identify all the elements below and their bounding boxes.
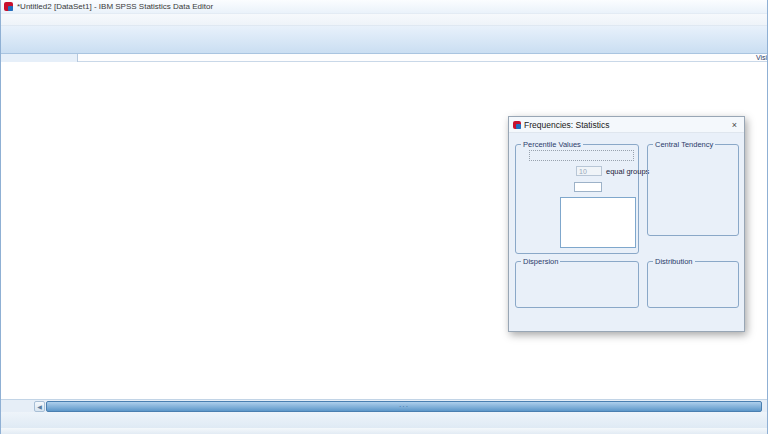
percentiles-input[interactable]	[574, 182, 602, 192]
dispersion-group: Dispersion	[515, 261, 639, 308]
cell-edit-bar: Visi	[1, 54, 767, 62]
percentile-values-group: Percentile Values 10 equal groups	[515, 144, 639, 254]
central-tendency-group: Central Tendency	[647, 144, 739, 236]
dispersion-group-title: Dispersion	[521, 257, 560, 266]
cut-points-input[interactable]: 10	[576, 166, 602, 176]
central-tendency-group-title: Central Tendency	[653, 140, 715, 149]
menu-bar	[1, 14, 767, 26]
spss-app-icon	[4, 2, 13, 11]
quartiles-focus-rect	[529, 150, 634, 161]
percentiles-listbox[interactable]	[560, 197, 636, 248]
frequencies-statistics-dialog: Frequencies: Statistics × Percentile Val…	[508, 116, 745, 332]
distribution-group-title: Distribution	[653, 257, 695, 266]
view-tabs-bar	[1, 412, 768, 428]
cell-reference-box[interactable]	[1, 54, 78, 62]
scroll-left-arrow[interactable]: ◀	[34, 401, 45, 412]
percentile-values-group-title: Percentile Values	[521, 140, 583, 149]
dialog-close-icon[interactable]: ×	[729, 120, 740, 130]
window-title: *Untitled2 [DataSet1] - IBM SPSS Statist…	[17, 2, 213, 11]
toolbar	[1, 26, 767, 54]
window-title-bar: *Untitled2 [DataSet1] - IBM SPSS Statist…	[1, 0, 767, 14]
distribution-group: Distribution	[647, 261, 739, 308]
visible-variables-info: Visi	[756, 54, 767, 61]
status-bar	[1, 428, 768, 434]
horizontal-scrollbar[interactable]: ◀ ···	[1, 399, 768, 412]
dialog-title: Frequencies: Statistics	[524, 120, 610, 130]
dialog-title-bar[interactable]: Frequencies: Statistics ×	[509, 117, 744, 133]
scrollbar-grip: ···	[399, 403, 409, 410]
scrollbar-thumb[interactable]: ···	[46, 401, 762, 412]
equal-groups-label: equal groups	[606, 167, 649, 176]
spss-window: { "window": { "title": "*Untitled2 [Data…	[0, 0, 768, 434]
dialog-icon	[513, 121, 521, 129]
